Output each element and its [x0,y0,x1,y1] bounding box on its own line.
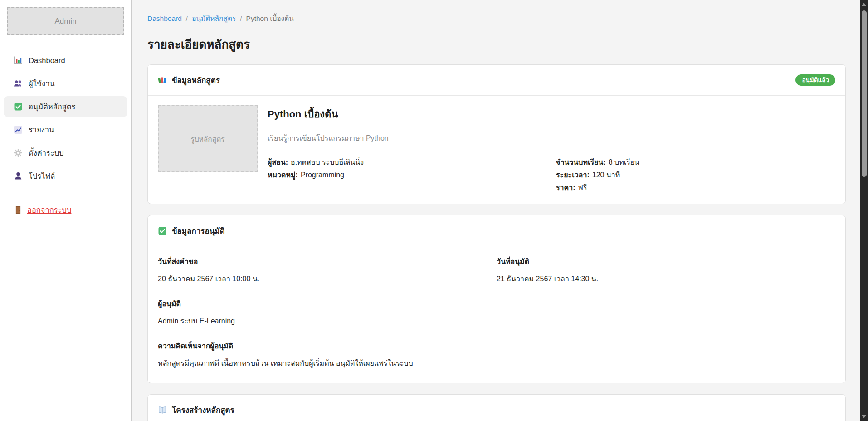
course-info-card: ข้อมูลหลักสูตร อนุมัติแล้ว รูปหลักสูตร P… [147,64,846,204]
sidebar-divider [7,194,124,194]
sidebar-item-reports[interactable]: รายงาน [4,119,127,140]
category-value: Programming [301,171,344,179]
lessons-line: จำนวนบทเรียน:8 บทเรียน [556,156,835,169]
chart-increasing-icon [14,125,23,134]
duration-value: 120 นาที [592,171,620,179]
breadcrumb-current: Python เบื้องต้น [246,13,294,24]
scrollbar-thumb[interactable] [862,10,867,177]
sidebar-item-label: ผู้ใช้งาน [29,78,55,89]
check-box-icon [158,226,167,235]
sidebar-item-users[interactable]: ผู้ใช้งาน [4,73,127,94]
sidebar-item-label: Dashboard [29,56,65,65]
lessons-value: 8 บทเรียน [609,158,639,166]
approver-comment-value: หลักสูตรมีคุณภาพดี เนื้อหาครบถ้วน เหมาะส… [158,357,835,369]
approve-date-value: 21 ธันวาคม 2567 เวลา 14:30 น. [497,273,835,284]
structure-card-title: โครงสร้างหลักสูตร [172,404,234,416]
course-card-body: รูปหลักสูตร Python เบื้องต้น เรียนรู้การ… [148,96,845,204]
logout-link[interactable]: ออกจากระบบ [14,204,71,216]
sidebar-nav: Dashboard ผู้ใช้งาน อนุมัติหลักสูตร รายง… [0,50,131,186]
approval-card-header: ข้อมูลการอนุมัติ [148,215,845,246]
main-content: Dashboard / อนุมัติหลักสูตร / Python เบื… [133,0,860,421]
scrollbar-up-arrow-icon[interactable] [862,3,866,6]
instructor-line: ผู้สอน:อ.ทดสอบ ระบบอีเลินนิ่ง [268,156,547,169]
open-book-icon [158,406,167,415]
approver-comment-label: ความคิดเห็นจากผู้อนุมัติ [158,340,835,352]
price-line: ราคา:ฟรี [556,181,835,194]
category-label: หมวดหมู่: [268,171,298,179]
approval-card-title: ข้อมูลการอนุมัติ [172,225,225,237]
price-value: ฟรี [578,184,587,191]
bar-chart-icon [14,56,23,65]
instructor-label: ผู้สอน: [268,158,288,166]
door-icon [14,206,23,215]
lessons-label: จำนวนบทเรียน: [556,158,606,166]
price-label: ราคา: [556,184,575,191]
scrollbar [860,0,868,421]
sidebar-item-course-approval[interactable]: อนุมัติหลักสูตร [4,96,127,117]
sidebar: Admin Dashboard ผู้ใช้งาน อนุมัติหลักสูต… [0,0,132,421]
course-image-label: รูปหลักสูตร [190,133,224,145]
structure-card-header: โครงสร้างหลักสูตร [148,395,845,421]
approve-date-group: วันที่อนุมัติ 21 ธันวาคม 2567 เวลา 14:30… [497,256,835,284]
check-box-icon [14,102,23,111]
brand-logo-placeholder: Admin [7,7,124,35]
gear-icon [14,148,23,157]
course-title: Python เบื้องต้น [268,106,835,122]
scrollbar-down-arrow-icon[interactable] [862,415,866,418]
course-image-placeholder: รูปหลักสูตร [158,105,258,172]
sidebar-item-dashboard[interactable]: Dashboard [4,50,127,71]
course-meta-left: ผู้สอน:อ.ทดสอบ ระบบอีเลินนิ่ง หมวดหมู่:P… [268,156,547,194]
brand-text: Admin [54,17,76,26]
approver-group: ผู้อนุมัติ Admin ระบบ E-Learning [158,298,835,327]
books-icon [158,76,167,85]
breadcrumb-dashboard-link[interactable]: Dashboard [147,15,182,23]
sidebar-item-label: โปรไฟล์ [29,170,55,182]
users-icon [14,79,23,88]
course-structure-card: โครงสร้างหลักสูตร [147,394,846,421]
category-line: หมวดหมู่:Programming [268,169,547,181]
sidebar-item-label: รายงาน [29,124,54,136]
course-card-header: ข้อมูลหลักสูตร อนุมัติแล้ว [148,65,845,96]
sidebar-item-label: ตั้งค่าระบบ [29,147,64,159]
breadcrumb: Dashboard / อนุมัติหลักสูตร / Python เบื… [147,13,846,24]
status-badge: อนุมัติแล้ว [795,74,835,86]
approve-date-label: วันที่อนุมัติ [497,256,835,267]
sidebar-item-profile[interactable]: โปรไฟล์ [4,166,127,186]
approver-value: Admin ระบบ E-Learning [158,315,835,327]
sidebar-item-label: อนุมัติหลักสูตร [29,101,75,113]
logout-label: ออกจากระบบ [27,204,71,216]
sidebar-item-settings[interactable]: ตั้งค่าระบบ [4,142,127,163]
duration-label: ระยะเวลา: [556,171,590,179]
course-meta-right: จำนวนบทเรียน:8 บทเรียน ระยะเวลา:120 นาที… [556,156,835,194]
breadcrumb-section-link[interactable]: อนุมัติหลักสูตร [192,13,236,24]
duration-line: ระยะเวลา:120 นาที [556,169,835,181]
request-date-value: 20 ธันวาคม 2567 เวลา 10:00 น. [158,273,497,284]
approver-comment-group: ความคิดเห็นจากผู้อนุมัติ หลักสูตรมีคุณภา… [158,340,835,369]
request-date-group: วันที่ส่งคำขอ 20 ธันวาคม 2567 เวลา 10:00… [158,256,497,284]
breadcrumb-separator: / [240,15,242,23]
approver-label: ผู้อนุมัติ [158,298,835,309]
approval-info-card: ข้อมูลการอนุมัติ วันที่ส่งคำขอ 20 ธันวาค… [147,215,846,383]
approval-card-body: วันที่ส่งคำขอ 20 ธันวาคม 2567 เวลา 10:00… [148,246,845,383]
request-date-label: วันที่ส่งคำขอ [158,256,497,267]
breadcrumb-separator: / [186,15,188,23]
page-title: รายละเอียดหลักสูตร [147,35,846,54]
person-icon [14,171,23,181]
course-description: เรียนรู้การเขียนโปรแกรมภาษา Python [268,132,835,144]
course-card-title: ข้อมูลหลักสูตร [172,74,220,86]
instructor-value: อ.ทดสอบ ระบบอีเลินนิ่ง [291,158,364,166]
